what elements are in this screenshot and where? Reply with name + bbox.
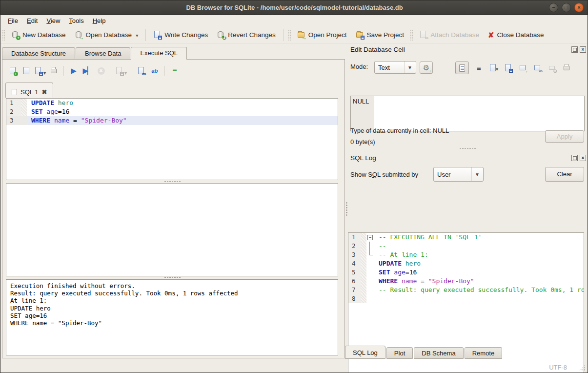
clear-log-button[interactable]: Clear (545, 167, 584, 182)
grid-message-splitter[interactable] (6, 276, 338, 279)
chevron-down-icon[interactable]: ▾ (136, 33, 138, 39)
menubar: File Edit View Tools Help (0, 16, 588, 27)
mode-select[interactable]: Text ▼ (374, 61, 416, 74)
log-filter-select[interactable]: User ▼ (433, 167, 484, 182)
auto-apply-button[interactable]: ⚙→ (420, 62, 433, 74)
save-sql-file-icon[interactable]: ▾ (34, 65, 46, 77)
database-open-icon: → (75, 31, 83, 39)
execution-message-box[interactable]: Execution finished without errors.Result… (6, 279, 338, 355)
log-filter-label: Show SQL submitted by (350, 171, 418, 178)
code-line: 4UPDATE hero (348, 259, 584, 268)
write-changes-icon (153, 31, 162, 39)
toolbar-grip (288, 30, 291, 41)
code-line: 2-- (348, 242, 584, 250)
dock-tab-bar: SQL Log Plot DB Schema Remote (345, 346, 503, 359)
print-icon[interactable] (48, 65, 60, 77)
new-database-button[interactable]: + New Database (7, 29, 70, 41)
apply-button: Apply (545, 130, 584, 143)
menu-edit[interactable]: Edit (22, 16, 42, 27)
editor-grid-splitter[interactable] (6, 180, 338, 183)
toggle-wrap-lines-icon[interactable]: ≡ (169, 65, 181, 77)
code-line: 3-- At line 1: (348, 250, 584, 259)
message-line: WHERE name = "Spider-Boy" (10, 319, 334, 327)
float-dock-icon[interactable] (571, 155, 578, 161)
save-results-icon: ▾ (115, 65, 127, 77)
database-new-icon: + (11, 31, 20, 39)
database-close-icon: ✘ (488, 31, 494, 39)
code-line: 8 (348, 294, 584, 303)
tab-execute-sql[interactable]: Execute SQL (131, 47, 187, 60)
close-dock-icon[interactable]: × (580, 46, 586, 53)
sql-editor-toolbar: + ▾ ▶ ▶▏ ✖ ▾ oo ab ≡ (7, 65, 181, 77)
tab-browse-data[interactable]: Browse Data (76, 47, 130, 60)
menu-tools[interactable]: Tools (64, 16, 88, 27)
cell-type-label: Type of data currently in cell: NULL (350, 127, 449, 134)
cell-editor-icon-bar: ≡ ▾ → ∞ ⊖ (455, 62, 571, 74)
close-dock-icon[interactable]: × (580, 155, 586, 161)
tab-db-schema[interactable]: DB Schema (414, 347, 463, 359)
statusbar: UTF-8 (0, 361, 588, 373)
copy-link-icon[interactable]: ∞ (533, 63, 542, 73)
text-mode-icon[interactable] (455, 62, 469, 74)
edit-cell-title: Edit Database Cell (350, 46, 405, 53)
revert-changes-icon: ↻ (217, 31, 225, 39)
tab-database-structure[interactable]: Database Structure (2, 47, 75, 60)
dock-splitter[interactable] (350, 147, 585, 150)
cell-value: NULL (353, 98, 369, 105)
sql-editor[interactable]: 1UPDATE hero2SET age=163WHERE name = "Sp… (6, 98, 338, 180)
open-project-button[interactable]: → Open Project (293, 29, 351, 41)
mode-label: Mode: (350, 63, 368, 70)
encoding-indicator[interactable]: UTF-8 (549, 364, 567, 371)
chevron-down-icon: ▼ (471, 167, 480, 181)
message-line: Execution finished without errors. (10, 282, 334, 290)
cell-value-editor[interactable]: NULL (350, 96, 585, 131)
toolbar-grip (410, 30, 413, 41)
open-external-icon[interactable]: → (518, 63, 527, 73)
sql-log-dock-header: SQL Log × (350, 154, 586, 162)
tab-remote[interactable]: Remote (465, 347, 503, 359)
execute-all-icon[interactable]: ▶ (68, 65, 80, 77)
sql-tab-label: SQL 1 (20, 88, 38, 96)
menu-file[interactable]: File (3, 16, 22, 27)
close-button[interactable]: × (574, 3, 584, 12)
toolbar-grip (2, 30, 5, 41)
float-dock-icon[interactable] (571, 46, 578, 53)
main-toolbar: + New Database → Open Database ▾ Write C… (0, 27, 588, 43)
message-line: UPDATE hero (10, 305, 334, 312)
window-controls: − □ × (549, 3, 584, 12)
sql-doc-tab-bar: SQL 1 ✖ (5, 83, 53, 98)
revert-changes-button[interactable]: ↻ Revert Changes (212, 29, 280, 41)
log-filter-value: User (437, 171, 450, 178)
auto-format-icon[interactable]: ab (149, 65, 161, 77)
find-in-sql-icon[interactable]: oo (135, 65, 147, 77)
minimize-button[interactable]: − (549, 3, 558, 12)
export-data-icon[interactable] (504, 63, 513, 73)
open-sql-file-icon[interactable] (20, 65, 32, 77)
chevron-down-icon: ▼ (404, 62, 412, 73)
print-cell-icon[interactable] (562, 63, 571, 73)
edit-cell-dock-header: Edit Database Cell × (350, 46, 586, 53)
word-wrap-icon[interactable]: ≡ (474, 63, 484, 73)
resize-grip[interactable] (579, 364, 586, 371)
attach-database-button: ∞ Attach Database (415, 29, 484, 41)
close-database-button[interactable]: ✘ Close Database (484, 29, 548, 41)
menu-view[interactable]: View (42, 16, 64, 27)
import-data-icon[interactable]: ▾ (489, 63, 498, 73)
tab-plot[interactable]: Plot (386, 347, 413, 359)
save-project-button[interactable]: Save Project (351, 29, 409, 41)
write-changes-button[interactable]: Write Changes (149, 29, 212, 41)
close-tab-icon[interactable]: ✖ (41, 88, 47, 96)
database-attach-icon: ∞ (419, 31, 427, 39)
code-line: 1-- EXECUTING ALL IN 'SQL 1' (348, 233, 584, 242)
maximize-button[interactable]: □ (562, 3, 571, 12)
menu-help[interactable]: Help (88, 16, 110, 27)
code-line: 6WHERE name = "Spider-Boy" (348, 277, 584, 286)
new-sql-tab-icon[interactable]: + (7, 65, 19, 77)
execute-current-line-icon[interactable]: ▶▏ (81, 65, 93, 77)
open-database-button[interactable]: → Open Database ▾ (70, 29, 143, 41)
sql-file-icon (12, 89, 17, 95)
sql-doc-tab[interactable]: SQL 1 ✖ (5, 83, 53, 98)
results-grid[interactable] (6, 183, 338, 276)
project-save-icon (356, 31, 364, 39)
tab-sql-log[interactable]: SQL Log (345, 346, 385, 359)
